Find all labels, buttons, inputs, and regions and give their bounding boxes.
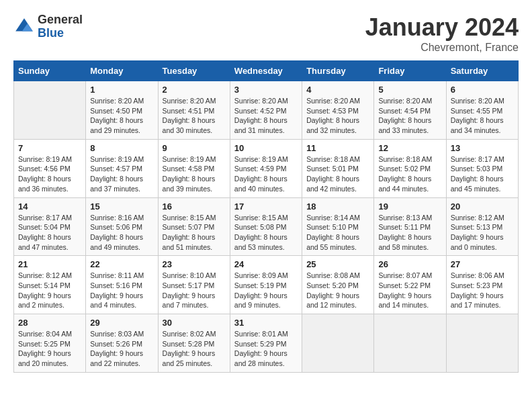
day-number: 30 xyxy=(163,318,226,328)
day-number: 15 xyxy=(90,201,153,212)
weekday-header: Sunday xyxy=(14,61,86,81)
day-info: Sunrise: 8:15 AMSunset: 5:07 PMDaylight:… xyxy=(163,213,226,253)
title-block: January 2024 Chevremont, France xyxy=(365,13,519,54)
calendar-cell: 9Sunrise: 8:19 AMSunset: 4:58 PMDaylight… xyxy=(158,139,230,197)
calendar-cell: 16Sunrise: 8:15 AMSunset: 5:07 PMDayligh… xyxy=(158,197,230,256)
day-number: 3 xyxy=(234,85,298,95)
day-info: Sunrise: 8:19 AMSunset: 4:56 PMDaylight:… xyxy=(18,154,81,194)
calendar-cell: 13Sunrise: 8:17 AMSunset: 5:03 PMDayligh… xyxy=(446,139,518,197)
day-number: 14 xyxy=(18,201,81,212)
day-number: 1 xyxy=(90,85,153,95)
day-number: 24 xyxy=(234,259,298,269)
day-number: 20 xyxy=(451,201,514,212)
weekday-header: Thursday xyxy=(302,61,374,81)
day-number: 27 xyxy=(451,259,514,269)
calendar-cell: 15Sunrise: 8:16 AMSunset: 5:06 PMDayligh… xyxy=(86,197,158,256)
calendar-cell: 11Sunrise: 8:18 AMSunset: 5:01 PMDayligh… xyxy=(302,139,374,197)
calendar-cell: 2Sunrise: 8:20 AMSunset: 4:51 PMDaylight… xyxy=(158,81,230,140)
calendar-cell: 8Sunrise: 8:19 AMSunset: 4:57 PMDaylight… xyxy=(86,139,158,197)
day-info: Sunrise: 8:20 AMSunset: 4:52 PMDaylight:… xyxy=(234,96,298,136)
day-number: 31 xyxy=(234,318,298,328)
day-info: Sunrise: 8:20 AMSunset: 4:50 PMDaylight:… xyxy=(90,96,153,136)
day-number: 28 xyxy=(18,318,81,328)
calendar-cell: 18Sunrise: 8:14 AMSunset: 5:10 PMDayligh… xyxy=(302,197,374,256)
calendar-week-row: 14Sunrise: 8:17 AMSunset: 5:04 PMDayligh… xyxy=(14,197,519,256)
day-number: 10 xyxy=(234,143,298,153)
calendar-cell: 19Sunrise: 8:13 AMSunset: 5:11 PMDayligh… xyxy=(374,197,446,256)
calendar-week-row: 28Sunrise: 8:04 AMSunset: 5:25 PMDayligh… xyxy=(14,314,519,373)
day-info: Sunrise: 8:19 AMSunset: 4:59 PMDaylight:… xyxy=(234,154,298,194)
weekday-header: Tuesday xyxy=(158,61,230,81)
day-info: Sunrise: 8:12 AMSunset: 5:13 PMDaylight:… xyxy=(451,213,514,253)
day-number: 5 xyxy=(378,85,441,95)
day-info: Sunrise: 8:17 AMSunset: 5:04 PMDaylight:… xyxy=(18,213,81,253)
day-number: 19 xyxy=(378,201,441,212)
day-info: Sunrise: 8:15 AMSunset: 5:08 PMDaylight:… xyxy=(234,213,298,253)
calendar-cell: 22Sunrise: 8:11 AMSunset: 5:16 PMDayligh… xyxy=(86,256,158,314)
weekday-header: Saturday xyxy=(446,61,518,81)
calendar-cell: 1Sunrise: 8:20 AMSunset: 4:50 PMDaylight… xyxy=(86,81,158,140)
day-number: 6 xyxy=(451,85,514,95)
day-info: Sunrise: 8:18 AMSunset: 5:01 PMDaylight:… xyxy=(306,154,369,194)
day-info: Sunrise: 8:09 AMSunset: 5:19 PMDaylight:… xyxy=(234,271,298,310)
day-number: 13 xyxy=(451,143,514,153)
day-info: Sunrise: 8:16 AMSunset: 5:06 PMDaylight:… xyxy=(90,213,153,253)
day-info: Sunrise: 8:18 AMSunset: 5:02 PMDaylight:… xyxy=(378,154,441,194)
day-info: Sunrise: 8:20 AMSunset: 4:53 PMDaylight:… xyxy=(306,96,369,136)
day-number: 9 xyxy=(163,143,226,153)
day-info: Sunrise: 8:17 AMSunset: 5:03 PMDaylight:… xyxy=(451,154,514,194)
calendar-cell: 26Sunrise: 8:07 AMSunset: 5:22 PMDayligh… xyxy=(374,256,446,314)
calendar-cell: 10Sunrise: 8:19 AMSunset: 4:59 PMDayligh… xyxy=(230,139,302,197)
calendar-week-row: 7Sunrise: 8:19 AMSunset: 4:56 PMDaylight… xyxy=(14,139,519,197)
calendar-cell xyxy=(446,314,518,373)
logo-blue: Blue xyxy=(38,26,64,40)
calendar-cell: 28Sunrise: 8:04 AMSunset: 5:25 PMDayligh… xyxy=(14,314,86,373)
weekday-header-row: SundayMondayTuesdayWednesdayThursdayFrid… xyxy=(14,61,519,81)
calendar-cell: 6Sunrise: 8:20 AMSunset: 4:55 PMDaylight… xyxy=(446,81,518,140)
day-info: Sunrise: 8:04 AMSunset: 5:25 PMDaylight:… xyxy=(18,329,81,369)
day-info: Sunrise: 8:20 AMSunset: 4:51 PMDaylight:… xyxy=(163,96,226,136)
calendar-cell: 7Sunrise: 8:19 AMSunset: 4:56 PMDaylight… xyxy=(14,139,86,197)
day-info: Sunrise: 8:03 AMSunset: 5:26 PMDaylight:… xyxy=(90,329,153,369)
calendar-cell: 24Sunrise: 8:09 AMSunset: 5:19 PMDayligh… xyxy=(230,256,302,314)
calendar-cell: 17Sunrise: 8:15 AMSunset: 5:08 PMDayligh… xyxy=(230,197,302,256)
day-info: Sunrise: 8:20 AMSunset: 4:54 PMDaylight:… xyxy=(378,96,441,136)
calendar-cell: 4Sunrise: 8:20 AMSunset: 4:53 PMDaylight… xyxy=(302,81,374,140)
day-info: Sunrise: 8:11 AMSunset: 5:16 PMDaylight:… xyxy=(90,271,153,310)
day-number: 25 xyxy=(306,259,369,269)
day-number: 22 xyxy=(90,259,153,269)
logo-text: General Blue xyxy=(38,13,83,40)
calendar-cell: 29Sunrise: 8:03 AMSunset: 5:26 PMDayligh… xyxy=(86,314,158,373)
day-number: 16 xyxy=(163,201,226,212)
calendar-cell: 31Sunrise: 8:01 AMSunset: 5:29 PMDayligh… xyxy=(230,314,302,373)
calendar-cell xyxy=(14,81,86,140)
location: Chevremont, France xyxy=(365,42,519,54)
calendar-cell: 12Sunrise: 8:18 AMSunset: 5:02 PMDayligh… xyxy=(374,139,446,197)
day-number: 11 xyxy=(306,143,369,153)
day-info: Sunrise: 8:14 AMSunset: 5:10 PMDaylight:… xyxy=(306,213,369,253)
day-number: 12 xyxy=(378,143,441,153)
day-info: Sunrise: 8:10 AMSunset: 5:17 PMDaylight:… xyxy=(163,271,226,310)
weekday-header: Monday xyxy=(86,61,158,81)
day-info: Sunrise: 8:06 AMSunset: 5:23 PMDaylight:… xyxy=(451,271,514,310)
day-info: Sunrise: 8:13 AMSunset: 5:11 PMDaylight:… xyxy=(378,213,441,253)
day-number: 26 xyxy=(378,259,441,269)
calendar-cell: 21Sunrise: 8:12 AMSunset: 5:14 PMDayligh… xyxy=(14,256,86,314)
day-info: Sunrise: 8:12 AMSunset: 5:14 PMDaylight:… xyxy=(18,271,81,310)
day-number: 7 xyxy=(18,143,81,153)
calendar-table: SundayMondayTuesdayWednesdayThursdayFrid… xyxy=(13,60,519,373)
day-info: Sunrise: 8:20 AMSunset: 4:55 PMDaylight:… xyxy=(451,96,514,136)
calendar-cell: 25Sunrise: 8:08 AMSunset: 5:20 PMDayligh… xyxy=(302,256,374,314)
calendar-cell: 5Sunrise: 8:20 AMSunset: 4:54 PMDaylight… xyxy=(374,81,446,140)
day-info: Sunrise: 8:19 AMSunset: 4:57 PMDaylight:… xyxy=(90,154,153,194)
day-number: 4 xyxy=(306,85,369,95)
day-number: 17 xyxy=(234,201,298,212)
day-number: 8 xyxy=(90,143,153,153)
logo: General Blue xyxy=(13,13,83,40)
month-title: January 2024 xyxy=(365,13,519,42)
calendar-cell: 30Sunrise: 8:02 AMSunset: 5:28 PMDayligh… xyxy=(158,314,230,373)
logo-icon xyxy=(13,16,35,38)
day-number: 21 xyxy=(18,259,81,269)
calendar-cell xyxy=(374,314,446,373)
calendar-body: 1Sunrise: 8:20 AMSunset: 4:50 PMDaylight… xyxy=(14,81,519,373)
